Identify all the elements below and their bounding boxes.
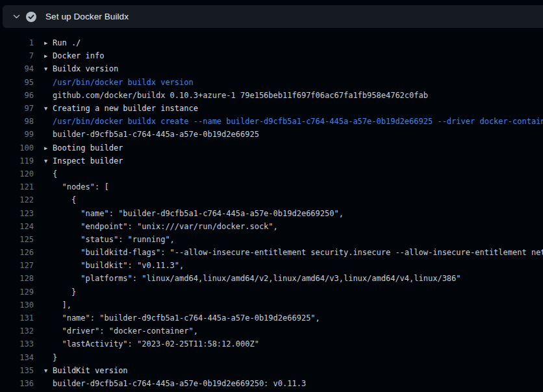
triangle-expanded-icon[interactable]: ▼ — [44, 66, 53, 72]
log-group-toggle[interactable]: ▼BuildKit version — [44, 366, 128, 375]
line-number[interactable]: 135 — [0, 366, 34, 375]
line-number[interactable]: 121 — [0, 182, 34, 191]
line-number[interactable]: 7 — [0, 51, 34, 60]
line-number[interactable]: 124 — [0, 222, 34, 231]
line-number[interactable]: 96 — [0, 91, 34, 100]
log-line-row: 126 "buildkitd-flags": "--allow-insecure… — [0, 246, 543, 259]
log-group-row: 1▶Run ./ — [0, 36, 543, 49]
line-number[interactable]: 123 — [0, 209, 34, 218]
line-number[interactable]: 94 — [0, 64, 34, 73]
log-output-text: builder-d9cfb5a1-c764-445a-a57e-0b19d2e6… — [44, 130, 259, 139]
log-group-toggle[interactable]: ▼Buildx version — [44, 64, 118, 73]
log-output-text: builder-d9cfb5a1-c764-445a-a57e-0b19d2e6… — [44, 379, 306, 388]
log-line-row: 125 "status": "running", — [0, 233, 543, 246]
check-circle-icon — [26, 12, 36, 22]
log-line-row: 136builder-d9cfb5a1-c764-445a-a57e-0b19d… — [0, 377, 543, 390]
log-line-row: 95/usr/bin/docker buildx version — [0, 76, 543, 89]
line-number[interactable]: 129 — [0, 288, 34, 297]
log-group-title: Buildx version — [53, 64, 118, 73]
line-number[interactable]: 122 — [0, 195, 34, 204]
step-header[interactable]: Set up Docker Buildx — [3, 5, 543, 28]
log-line-row: 96github.com/docker/buildx 0.10.3+azure-… — [0, 89, 543, 102]
log-group-row: 135▼BuildKit version — [0, 364, 543, 377]
line-number[interactable]: 120 — [0, 169, 34, 178]
line-number[interactable]: 125 — [0, 235, 34, 244]
line-number[interactable]: 99 — [0, 130, 34, 139]
log-output-text: "lastActivity": "2023-02-25T11:58:12.000… — [44, 339, 259, 349]
log-group-title: BuildKit version — [53, 366, 128, 375]
log-group-toggle[interactable]: ▼Inspect builder — [44, 156, 123, 165]
line-number[interactable]: 132 — [0, 326, 34, 336]
log-group-title: Run ./ — [53, 38, 81, 47]
log-line-row: 124 "endpoint": "unix:///var/run/docker.… — [0, 220, 543, 233]
triangle-expanded-icon[interactable]: ▼ — [44, 105, 53, 112]
log-group-row: 7▶Docker info — [0, 49, 543, 62]
line-number[interactable]: 100 — [0, 143, 34, 153]
log-group-row: 119▼Inspect builder — [0, 154, 543, 167]
log-group-title: Booting builder — [53, 143, 123, 153]
log-group-title: Inspect builder — [53, 156, 123, 165]
line-number[interactable]: 119 — [0, 156, 34, 165]
log-group-row: 94▼Buildx version — [0, 62, 543, 75]
triangle-collapsed-icon[interactable]: ▶ — [44, 40, 53, 46]
triangle-collapsed-icon[interactable]: ▶ — [44, 145, 53, 151]
log-line-row: 122 { — [0, 193, 543, 206]
line-number[interactable]: 98 — [0, 117, 34, 126]
log-line-row: 132 "driver": "docker-container", — [0, 325, 543, 337]
log-line-row: 98/usr/bin/docker buildx create --name b… — [0, 115, 543, 128]
log-line-row: 120{ — [0, 167, 543, 180]
log-group-row: 100▶Booting builder — [0, 141, 543, 154]
log-output-text: "platforms": "linux/amd64,linux/amd64/v2… — [44, 274, 461, 283]
log-output-text: github.com/docker/buildx 0.10.3+azure-1 … — [44, 91, 428, 100]
log-viewer: 1▶Run ./7▶Docker info94▼Buildx version95… — [0, 28, 543, 390]
log-line-row: 123 "name": "builder-d9cfb5a1-c764-445a-… — [0, 206, 543, 219]
log-output-text: "driver": "docker-container", — [44, 326, 198, 336]
log-output-text: { — [44, 169, 57, 178]
log-group-toggle[interactable]: ▶Booting builder — [44, 143, 123, 153]
line-number[interactable]: 128 — [0, 274, 34, 283]
step-title: Set up Docker Buildx — [45, 12, 129, 21]
line-number[interactable]: 130 — [0, 300, 34, 310]
line-number[interactable]: 134 — [0, 353, 34, 362]
line-number[interactable]: 126 — [0, 248, 34, 257]
line-number[interactable]: 97 — [0, 104, 34, 113]
triangle-expanded-icon[interactable]: ▼ — [44, 367, 53, 374]
log-line-row: 121 "nodes": [ — [0, 180, 543, 193]
log-output-text: "buildkitd-flags": "--allow-insecure-ent… — [44, 248, 543, 257]
log-line-row: 133 "lastActivity": "2023-02-25T11:58:12… — [0, 337, 543, 350]
log-output-text: { — [44, 195, 76, 204]
log-group-title: Docker info — [53, 51, 104, 60]
log-line-row: 131 "name": "builder-d9cfb5a1-c764-445a-… — [0, 312, 543, 325]
log-group-toggle[interactable]: ▶Docker info — [44, 51, 104, 60]
log-group-toggle[interactable]: ▼Creating a new builder instance — [44, 104, 198, 113]
log-output-text: } — [44, 353, 57, 362]
log-command-text: /usr/bin/docker buildx version — [44, 78, 194, 87]
log-line-row: 134} — [0, 351, 543, 364]
log-group-title: Creating a new builder instance — [53, 104, 198, 113]
line-number[interactable]: 127 — [0, 261, 34, 270]
log-group-toggle[interactable]: ▶Run ./ — [44, 38, 81, 47]
log-line-row: 130 ], — [0, 299, 543, 312]
log-output-text: "status": "running", — [44, 235, 175, 244]
log-output-text: "nodes": [ — [44, 182, 109, 191]
line-number[interactable]: 133 — [0, 339, 34, 349]
log-line-row: 129 } — [0, 286, 543, 299]
log-line-row: 128 "platforms": "linux/amd64,linux/amd6… — [0, 272, 543, 285]
line-number[interactable]: 131 — [0, 313, 34, 323]
log-command-text: /usr/bin/docker buildx create --name bui… — [44, 117, 543, 126]
log-output-text: "name": "builder-d9cfb5a1-c764-445a-a57e… — [44, 209, 344, 218]
log-output-text: "buildkit": "v0.11.3", — [44, 261, 184, 270]
log-output-text: "name": "builder-d9cfb5a1-c764-445a-a57e… — [44, 313, 320, 323]
log-output-text: "endpoint": "unix:///var/run/docker.sock… — [44, 222, 278, 231]
log-group-row: 97▼Creating a new builder instance — [0, 102, 543, 115]
triangle-expanded-icon[interactable]: ▼ — [44, 158, 53, 164]
triangle-collapsed-icon[interactable]: ▶ — [44, 53, 53, 59]
line-number[interactable]: 136 — [0, 379, 34, 388]
log-line-row: 99builder-d9cfb5a1-c764-445a-a57e-0b19d2… — [0, 128, 543, 141]
log-line-row: 127 "buildkit": "v0.11.3", — [0, 259, 543, 272]
log-output-text: } — [44, 288, 76, 297]
chevron-down-icon[interactable] — [6, 5, 26, 28]
line-number[interactable]: 1 — [0, 38, 34, 47]
log-output-text: ], — [44, 300, 71, 310]
line-number[interactable]: 95 — [0, 78, 34, 87]
